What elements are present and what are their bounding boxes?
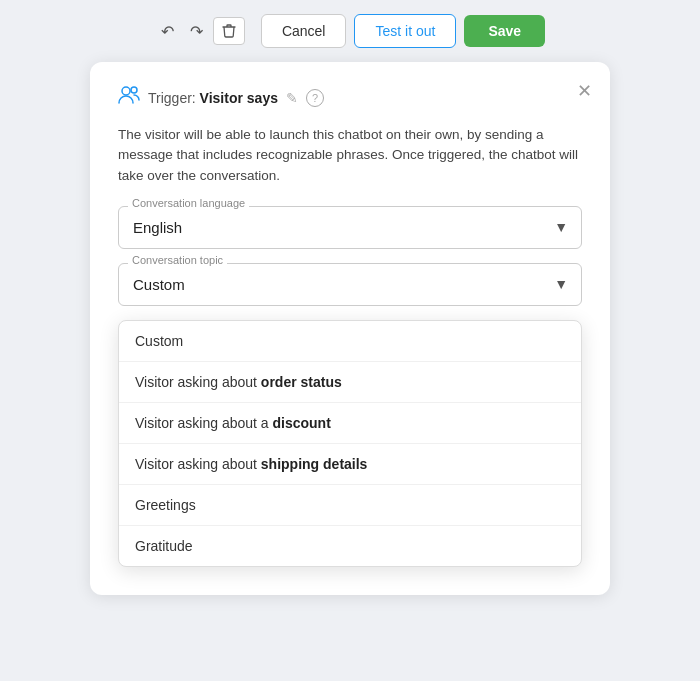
- help-icon[interactable]: ?: [306, 89, 324, 107]
- dropdown-item-discount[interactable]: Visitor asking about a discount: [119, 403, 581, 444]
- toolbar: ↶ ↷ Cancel Test it out Save: [0, 0, 700, 62]
- topic-dropdown-menu: Custom Visitor asking about order status…: [118, 320, 582, 567]
- delete-button[interactable]: [213, 17, 245, 45]
- dropdown-item-shipping[interactable]: Visitor asking about shipping details: [119, 444, 581, 485]
- test-button[interactable]: Test it out: [354, 14, 456, 48]
- language-select[interactable]: English: [118, 206, 582, 249]
- topic-select[interactable]: Custom: [118, 263, 582, 306]
- dropdown-item-custom[interactable]: Custom: [119, 321, 581, 362]
- trigger-header: Trigger: Visitor says ✎ ?: [118, 86, 582, 109]
- save-button[interactable]: Save: [464, 15, 545, 47]
- redo-button[interactable]: ↷: [184, 17, 209, 45]
- close-button[interactable]: ✕: [577, 80, 592, 102]
- dropdown-item-gratitude[interactable]: Gratitude: [119, 526, 581, 566]
- trigger-icon: [118, 86, 140, 109]
- toolbar-icons: ↶ ↷: [155, 17, 245, 45]
- topic-label: Conversation topic: [128, 254, 227, 266]
- svg-point-1: [131, 87, 137, 93]
- edit-icon[interactable]: ✎: [286, 90, 298, 106]
- trigger-label: Trigger: Visitor says: [148, 90, 278, 106]
- language-label: Conversation language: [128, 197, 249, 209]
- description-text: The visitor will be able to launch this …: [118, 125, 582, 186]
- undo-button[interactable]: ↶: [155, 17, 180, 45]
- language-field-group: Conversation language English ▼: [118, 206, 582, 249]
- topic-field-group: Conversation topic Custom ▼: [118, 263, 582, 306]
- dropdown-item-greetings[interactable]: Greetings: [119, 485, 581, 526]
- trigger-card: ✕ Trigger: Visitor says ✎ ? The visitor …: [90, 62, 610, 595]
- cancel-button[interactable]: Cancel: [261, 14, 347, 48]
- dropdown-item-order-status[interactable]: Visitor asking about order status: [119, 362, 581, 403]
- svg-point-0: [122, 87, 130, 95]
